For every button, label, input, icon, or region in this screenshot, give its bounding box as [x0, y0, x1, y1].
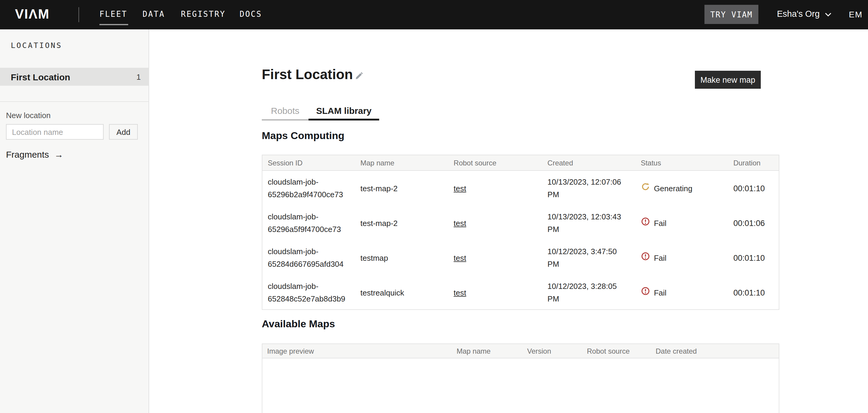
nav-divider [79, 7, 79, 22]
status-label: Fail [654, 217, 666, 229]
active-nav-underline [99, 24, 128, 25]
table-row: cloudslam-job- 65284d667695afd304 testma… [262, 240, 779, 275]
col-map-name: Map name [355, 155, 448, 170]
location-name: First Location [11, 71, 136, 82]
duration-cell: 00:01:10 [728, 252, 779, 264]
page-title: First Location [262, 66, 353, 83]
col-created: Created [542, 155, 635, 170]
col-map-name: Map name [452, 344, 522, 358]
locations-sidebar: LOCATIONS First Location 1 New location … [0, 29, 149, 413]
viam-app-window: VIΛM FLEET DATA REGISTRY DOCS TRY VIAM E… [0, 0, 868, 413]
available-maps-header-row: Image preview Map name Version Robot sou… [262, 344, 779, 358]
robot-source-link[interactable]: test [454, 253, 466, 262]
org-switcher[interactable]: Esha's Org [777, 9, 832, 19]
robot-source-cell: test [448, 182, 542, 195]
robot-source-cell: test [448, 217, 542, 229]
org-name: Esha's Org [777, 9, 820, 19]
location-name-input[interactable] [6, 124, 104, 140]
created-cell: 10/12/2023, 3:28:05 PM [542, 280, 635, 305]
add-location-button[interactable]: Add [109, 124, 138, 140]
map-name-cell: test-map-2 [355, 182, 448, 195]
arrow-right-icon: → [54, 149, 63, 159]
col-session-id: Session ID [262, 155, 355, 170]
nav-item-docs[interactable]: DOCS [240, 9, 262, 19]
maps-computing-heading: Maps Computing [262, 130, 344, 142]
nav-item-fleet[interactable]: FLEET [99, 9, 127, 19]
sidebar-item-first-location[interactable]: First Location 1 [0, 68, 149, 86]
duration-cell: 00:01:10 [728, 182, 779, 195]
robot-source-link[interactable]: test [454, 184, 466, 193]
status-cell: Fail [635, 286, 728, 299]
session-id-cell: cloudslam-job- 652848c52e7ab8d3b9 [262, 280, 355, 305]
col-version: Version [522, 344, 582, 358]
session-id-cell: cloudslam-job- 65296b2a9f4700ce73 [262, 176, 355, 201]
fragments-link[interactable]: Fragments → [6, 149, 63, 159]
status-label: Fail [654, 286, 666, 299]
viam-logo[interactable]: VIΛM [15, 7, 50, 22]
table-row: cloudslam-job- 652848c52e7ab8d3b9 testre… [262, 275, 779, 310]
generating-refresh-icon [641, 182, 650, 195]
duration-cell: 00:01:06 [728, 217, 779, 229]
col-image-preview: Image preview [262, 344, 452, 358]
maps-computing-header-row: Session ID Map name Robot source Created… [262, 155, 779, 171]
robot-source-cell: test [448, 252, 542, 264]
tab-robots[interactable]: Robots [262, 102, 309, 120]
try-viam-button[interactable]: TRY VIAM [705, 5, 758, 24]
col-robot-source: Robot source [582, 344, 651, 358]
table-row: cloudslam-job- 65296b2a9f4700ce73 test-m… [262, 171, 779, 206]
robot-source-cell: test [448, 286, 542, 299]
new-location-label: New location [6, 111, 51, 120]
make-new-map-button[interactable]: Make new map [695, 71, 761, 89]
status-label: Fail [654, 252, 666, 264]
status-label: Generating [654, 182, 692, 195]
maps-computing-table: Session ID Map name Robot source Created… [262, 155, 779, 310]
map-name-cell: test-map-2 [355, 217, 448, 229]
status-cell: Fail [635, 217, 728, 229]
duration-cell: 00:01:10 [728, 286, 779, 299]
col-robot-source: Robot source [448, 155, 542, 170]
status-cell: Fail [635, 252, 728, 264]
location-robot-count: 1 [136, 72, 141, 81]
locations-section-label: LOCATIONS [11, 41, 62, 50]
nav-item-registry[interactable]: REGISTRY [181, 9, 225, 19]
fail-alert-icon [641, 217, 650, 229]
col-date-created: Date created [651, 344, 779, 358]
location-tabs: Robots SLAM library [262, 102, 379, 120]
nav-item-data[interactable]: DATA [143, 9, 165, 19]
map-name-cell: testrealquick [355, 286, 448, 299]
available-maps-heading: Available Maps [262, 318, 335, 330]
edit-location-name-icon[interactable] [354, 72, 363, 83]
available-maps-table: Image preview Map name Version Robot sou… [262, 344, 779, 413]
map-name-cell: testmap [355, 252, 448, 264]
status-cell: Generating [635, 182, 728, 195]
col-duration: Duration [728, 155, 779, 170]
tab-slam-library[interactable]: SLAM library [309, 102, 379, 120]
robot-source-link[interactable]: test [454, 288, 466, 297]
session-id-cell: cloudslam-job- 65296a5f9f4700ce73 [262, 210, 355, 236]
fail-alert-icon [641, 286, 650, 299]
top-nav: VIΛM FLEET DATA REGISTRY DOCS TRY VIAM E… [0, 0, 868, 29]
created-cell: 10/12/2023, 3:47:50 PM [542, 245, 635, 270]
robot-source-link[interactable]: test [454, 218, 466, 228]
user-menu[interactable]: EM [849, 9, 863, 19]
table-row: cloudslam-job- 65296a5f9f4700ce73 test-m… [262, 206, 779, 240]
session-id-cell: cloudslam-job- 65284d667695afd304 [262, 245, 355, 270]
fragments-label: Fragments [6, 149, 49, 159]
created-cell: 10/13/2023, 12:03:43 PM [542, 210, 635, 236]
chevron-down-icon [825, 9, 832, 19]
created-cell: 10/13/2023, 12:07:06 PM [542, 176, 635, 201]
fail-alert-icon [641, 252, 650, 264]
col-status: Status [635, 155, 728, 170]
sidebar-divider [0, 101, 149, 102]
